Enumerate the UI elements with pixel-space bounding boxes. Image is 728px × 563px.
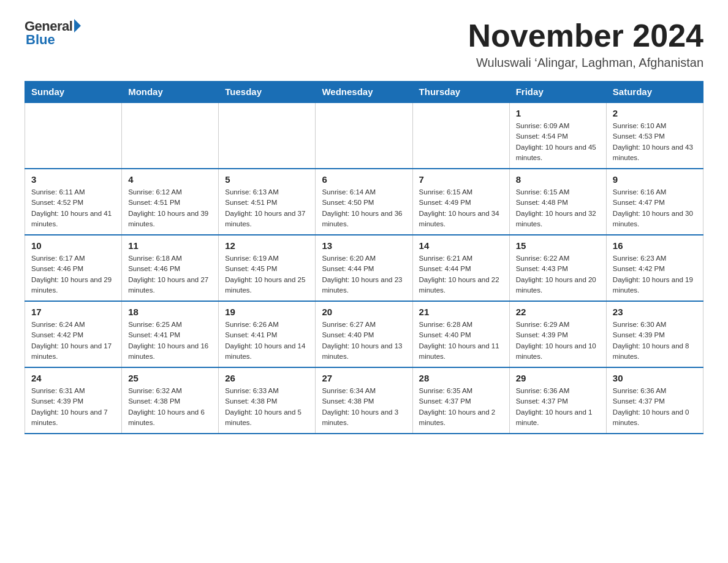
day-detail: Sunrise: 6:27 AM Sunset: 4:40 PM Dayligh… [322, 320, 406, 362]
calendar-cell [219, 102, 316, 169]
column-header-sunday: Sunday [25, 82, 122, 103]
calendar-header-row: SundayMondayTuesdayWednesdayThursdayFrid… [25, 82, 703, 103]
day-detail: Sunrise: 6:29 AM Sunset: 4:39 PM Dayligh… [516, 320, 600, 362]
day-number: 11 [128, 240, 212, 251]
calendar-cell [25, 102, 122, 169]
calendar-cell: 7Sunrise: 6:15 AM Sunset: 4:49 PM Daylig… [412, 169, 509, 235]
calendar-cell: 6Sunrise: 6:14 AM Sunset: 4:50 PM Daylig… [316, 169, 412, 235]
day-detail: Sunrise: 6:15 AM Sunset: 4:48 PM Dayligh… [516, 187, 600, 229]
day-number: 7 [419, 174, 503, 185]
calendar-cell: 30Sunrise: 6:36 AM Sunset: 4:37 PM Dayli… [606, 367, 703, 434]
calendar-cell: 10Sunrise: 6:17 AM Sunset: 4:46 PM Dayli… [25, 235, 122, 301]
calendar-cell: 24Sunrise: 6:31 AM Sunset: 4:39 PM Dayli… [25, 367, 122, 434]
column-header-friday: Friday [509, 82, 606, 103]
calendar-cell: 26Sunrise: 6:33 AM Sunset: 4:38 PM Dayli… [219, 367, 316, 434]
day-number: 12 [225, 240, 309, 251]
day-number: 25 [128, 373, 212, 383]
day-detail: Sunrise: 6:11 AM Sunset: 4:52 PM Dayligh… [31, 187, 115, 229]
calendar-cell: 27Sunrise: 6:34 AM Sunset: 4:38 PM Dayli… [316, 367, 412, 434]
calendar-week-row: 1Sunrise: 6:09 AM Sunset: 4:54 PM Daylig… [25, 102, 703, 169]
calendar-cell: 29Sunrise: 6:36 AM Sunset: 4:37 PM Dayli… [509, 367, 606, 434]
day-number: 23 [613, 307, 697, 317]
day-detail: Sunrise: 6:25 AM Sunset: 4:41 PM Dayligh… [128, 320, 212, 362]
day-detail: Sunrise: 6:09 AM Sunset: 4:54 PM Dayligh… [516, 121, 600, 163]
calendar-cell: 18Sunrise: 6:25 AM Sunset: 4:41 PM Dayli… [122, 301, 219, 367]
day-detail: Sunrise: 6:13 AM Sunset: 4:51 PM Dayligh… [225, 187, 309, 229]
logo: General Blue [25, 18, 81, 48]
logo-arrow-icon [74, 19, 81, 33]
day-number: 5 [225, 174, 309, 185]
calendar-cell [316, 102, 412, 169]
calendar-cell: 19Sunrise: 6:26 AM Sunset: 4:41 PM Dayli… [219, 301, 316, 367]
day-number: 14 [419, 240, 503, 251]
calendar-cell: 11Sunrise: 6:18 AM Sunset: 4:46 PM Dayli… [122, 235, 219, 301]
column-header-wednesday: Wednesday [316, 82, 412, 103]
calendar-cell: 8Sunrise: 6:15 AM Sunset: 4:48 PM Daylig… [509, 169, 606, 235]
day-number: 30 [613, 373, 697, 383]
day-number: 21 [419, 307, 503, 317]
day-detail: Sunrise: 6:10 AM Sunset: 4:53 PM Dayligh… [613, 121, 697, 163]
calendar-cell [122, 102, 219, 169]
day-detail: Sunrise: 6:22 AM Sunset: 4:43 PM Dayligh… [516, 253, 600, 296]
column-header-tuesday: Tuesday [219, 82, 316, 103]
day-detail: Sunrise: 6:28 AM Sunset: 4:40 PM Dayligh… [419, 320, 503, 362]
day-detail: Sunrise: 6:33 AM Sunset: 4:38 PM Dayligh… [225, 386, 309, 428]
day-number: 2 [613, 108, 697, 118]
day-detail: Sunrise: 6:36 AM Sunset: 4:37 PM Dayligh… [516, 386, 600, 428]
calendar-week-row: 24Sunrise: 6:31 AM Sunset: 4:39 PM Dayli… [25, 367, 703, 434]
column-header-saturday: Saturday [606, 82, 703, 103]
calendar-cell: 4Sunrise: 6:12 AM Sunset: 4:51 PM Daylig… [122, 169, 219, 235]
calendar-cell: 20Sunrise: 6:27 AM Sunset: 4:40 PM Dayli… [316, 301, 412, 367]
day-detail: Sunrise: 6:24 AM Sunset: 4:42 PM Dayligh… [31, 320, 115, 362]
page-header: General Blue November 2024 Wuluswali ‘Al… [25, 18, 703, 70]
day-detail: Sunrise: 6:32 AM Sunset: 4:38 PM Dayligh… [128, 386, 212, 428]
calendar-week-row: 3Sunrise: 6:11 AM Sunset: 4:52 PM Daylig… [25, 169, 703, 235]
calendar-cell: 14Sunrise: 6:21 AM Sunset: 4:44 PM Dayli… [412, 235, 509, 301]
day-number: 24 [31, 373, 115, 383]
day-number: 8 [516, 174, 600, 185]
day-detail: Sunrise: 6:30 AM Sunset: 4:39 PM Dayligh… [613, 320, 697, 362]
day-number: 28 [419, 373, 503, 383]
calendar-title: November 2024 [468, 18, 703, 53]
calendar-cell: 16Sunrise: 6:23 AM Sunset: 4:42 PM Dayli… [606, 235, 703, 301]
day-number: 19 [225, 307, 309, 317]
calendar-cell: 2Sunrise: 6:10 AM Sunset: 4:53 PM Daylig… [606, 102, 703, 169]
day-detail: Sunrise: 6:19 AM Sunset: 4:45 PM Dayligh… [225, 253, 309, 296]
day-number: 9 [613, 174, 697, 185]
day-detail: Sunrise: 6:20 AM Sunset: 4:44 PM Dayligh… [322, 253, 406, 296]
day-number: 18 [128, 307, 212, 317]
day-number: 22 [516, 307, 600, 317]
calendar-week-row: 10Sunrise: 6:17 AM Sunset: 4:46 PM Dayli… [25, 235, 703, 301]
day-number: 6 [322, 174, 406, 185]
day-number: 20 [322, 307, 406, 317]
calendar-table: SundayMondayTuesdayWednesdayThursdayFrid… [25, 81, 703, 434]
calendar-subtitle: Wuluswali ‘Alingar, Laghman, Afghanistan [468, 56, 703, 70]
calendar-cell: 17Sunrise: 6:24 AM Sunset: 4:42 PM Dayli… [25, 301, 122, 367]
day-detail: Sunrise: 6:16 AM Sunset: 4:47 PM Dayligh… [613, 187, 697, 229]
day-number: 15 [516, 240, 600, 251]
day-detail: Sunrise: 6:36 AM Sunset: 4:37 PM Dayligh… [613, 386, 697, 428]
day-number: 1 [516, 108, 600, 118]
column-header-thursday: Thursday [412, 82, 509, 103]
day-detail: Sunrise: 6:35 AM Sunset: 4:37 PM Dayligh… [419, 386, 503, 428]
day-detail: Sunrise: 6:12 AM Sunset: 4:51 PM Dayligh… [128, 187, 212, 229]
calendar-cell: 22Sunrise: 6:29 AM Sunset: 4:39 PM Dayli… [509, 301, 606, 367]
calendar-week-row: 17Sunrise: 6:24 AM Sunset: 4:42 PM Dayli… [25, 301, 703, 367]
title-block: November 2024 Wuluswali ‘Alingar, Laghma… [468, 18, 703, 70]
calendar-cell: 3Sunrise: 6:11 AM Sunset: 4:52 PM Daylig… [25, 169, 122, 235]
day-number: 29 [516, 373, 600, 383]
calendar-cell: 21Sunrise: 6:28 AM Sunset: 4:40 PM Dayli… [412, 301, 509, 367]
calendar-cell: 25Sunrise: 6:32 AM Sunset: 4:38 PM Dayli… [122, 367, 219, 434]
day-number: 27 [322, 373, 406, 383]
day-detail: Sunrise: 6:15 AM Sunset: 4:49 PM Dayligh… [419, 187, 503, 229]
day-number: 17 [31, 307, 115, 317]
day-number: 10 [31, 240, 115, 251]
calendar-cell: 9Sunrise: 6:16 AM Sunset: 4:47 PM Daylig… [606, 169, 703, 235]
day-detail: Sunrise: 6:17 AM Sunset: 4:46 PM Dayligh… [31, 253, 115, 296]
calendar-cell: 1Sunrise: 6:09 AM Sunset: 4:54 PM Daylig… [509, 102, 606, 169]
day-number: 3 [31, 174, 115, 185]
column-header-monday: Monday [122, 82, 219, 103]
day-detail: Sunrise: 6:14 AM Sunset: 4:50 PM Dayligh… [322, 187, 406, 229]
day-number: 16 [613, 240, 697, 251]
logo-blue-text: Blue [26, 32, 55, 48]
